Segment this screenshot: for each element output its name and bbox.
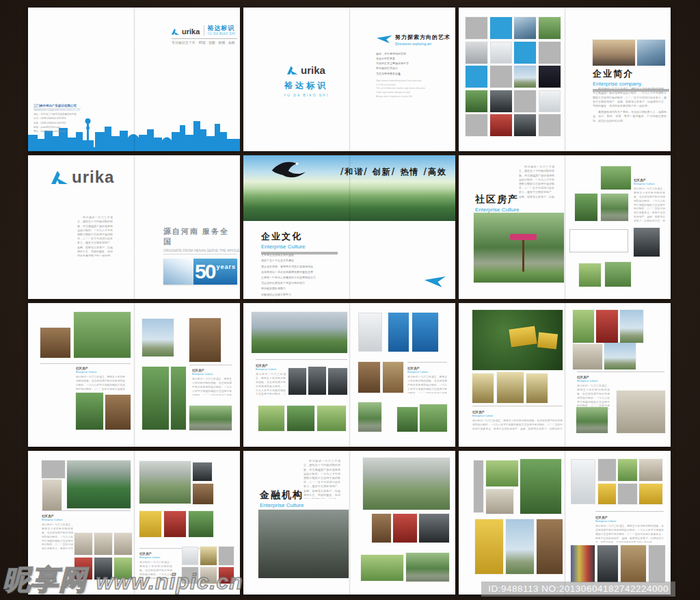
company-name-en: SANMENXIA YUDA ADVERTISING SIGN CO.,LTD [33,109,81,111]
photo [42,460,65,478]
photo [571,459,595,504]
label-subtitle: Enterprise Culture [595,520,664,523]
text-line: 将企业价值观、管理理念与员工热诚相结合 [261,263,351,269]
photo [620,310,643,343]
section-title: 金融机构 [260,489,304,501]
photo [164,511,186,537]
photo [420,404,447,432]
photo [252,312,347,353]
label-subtitle: Enterprise Culture [76,371,125,374]
photo [189,406,232,430]
body-paragraph: 集团拥有现代化生产基地，专业设计团队数十人，涵盖规划、设计、制作、安装、售后一条… [593,110,667,123]
photo [618,459,637,481]
photo [539,66,561,88]
photo [577,371,664,372]
arrow-logo-icon [376,35,392,44]
text-line: 裕达标识艺术设计 [376,66,453,71]
photo [142,319,174,356]
section-label: 社区房产 Enterprise Culture 裕达标识一九六三年成立，拥有五十… [42,514,73,549]
page-fold [349,8,351,151]
spread-company-profile: 企业简介 Enterprise company 裕达标识一九六三年成立，拥有五十… [459,8,671,151]
spread-50-years: urika 裕达标识一九六三年成立，拥有五十年的标识制作经验，专注高端房产标识系… [28,155,240,299]
photo [605,262,631,287]
years-word: years [216,263,236,270]
label-subtitle: Enterprise Culture [577,380,610,383]
label-body: 裕达标识一九六三年成立，拥有五十年的标识制作经验，专注高端房产标识系统规划设计制… [595,524,664,543]
photo [40,363,131,364]
photo [139,511,161,537]
text-line: 在设计的世界里 [376,56,453,61]
design-sheet: urika 裕达标识 YU DA BIAO SHI 专注标识五十年 · 和谐 ·… [0,0,700,600]
brand-name-en: YU DA BIAO SHI [207,32,235,36]
photo [388,313,409,352]
aurika-a-mark-icon [51,170,70,185]
50-years-badge: 50 years [193,259,237,285]
company-contact-lines: 地址：河南省三门峡市湖滨区建设路中段电话：0398-0568000 456795… [33,112,81,133]
photo [497,372,524,403]
brand-tagline: 专注标识五十年 · 和谐 · 创新 · 热情 · 高效 [172,38,237,44]
page-fold [564,451,566,595]
photo [601,194,628,221]
photo [105,395,131,430]
section-subtitle: Enterprise company [593,81,667,87]
photo [596,310,618,343]
intro-lines-en: Sign means something more than direction… [376,79,453,98]
photo [486,460,518,486]
text-line: 和谐铸就团队凝聚力 [261,286,351,291]
photo [539,114,561,136]
text-line: 永远坚持以一流品质和高度负责的服务态度 [261,270,351,275]
spread-finance: 裕达标识一九六三年成立，拥有五十年的标识制作经验，专注高端房产标识系统规划设计制… [243,451,455,595]
section-title: 企业文化 [261,231,350,243]
label-subtitle: Enterprise Culture [42,519,73,522]
text-line: 网址：http://www.yuda48.com [33,129,81,133]
photo [490,66,512,88]
watermark-url: www.nipic.cn [96,569,243,594]
page-fold [133,303,135,447]
photo [639,459,662,481]
photo [604,343,636,369]
50-years-banner: 50 years [163,259,237,285]
section-label: 社区房产 Enterprise Culture 裕达标识一九六三年成立，拥有五十… [256,363,286,396]
photo [514,90,536,112]
photo [466,42,487,64]
photo [114,533,132,555]
photo [472,374,494,403]
brand-name-en: YU DA BIAO SHI [278,93,335,97]
photo [466,17,487,39]
section-subtitle: Enterprise Culture [261,244,350,250]
spread-community-collage-2: 社区房产 Enterprise Culture 裕达标识一九六三年成立，拥有五十… [243,303,455,447]
label-subtitle: Enterprise Culture [634,183,665,186]
photo [539,42,561,64]
photo [634,228,660,257]
section-label: 社区房产 Enterprise Culture 裕达标识一九六三年成立，拥有五十… [472,410,563,432]
photo [358,362,380,393]
photo [595,511,664,512]
culture-slogan: /和谐/ 创新/ 热情 /高效 [340,166,447,178]
photo [575,194,597,221]
photo [406,553,449,582]
text-line: 为企业的发展奠定了坚实不移的动力 [261,281,351,286]
section-label: 社区房产 Enterprise Culture 裕达标识一九六三年成立，拥有五十… [577,375,610,409]
label-body: 裕达标识一九六三年成立，拥有五十年的标识制作经验，专注高端房产标识系统规划设计制… [192,377,232,395]
photo [193,484,213,504]
photo [514,17,536,39]
photo [94,533,112,555]
text-line: 标识，并不是单纯的字体 [376,51,453,56]
company-name: 三门峡市裕达广告标识有限公司 [33,103,81,109]
section-subtitle: Enterprise Culture [260,502,304,508]
photo [189,511,213,537]
photo [486,489,513,514]
photo [189,365,232,365]
photo [383,362,403,393]
photo-stone-monument [617,391,665,433]
section-subtitle: Enterprise Culture [475,207,519,213]
photo [317,406,346,431]
photo [571,545,595,582]
photo [537,519,563,574]
culture-lines: 文化是企业持续发展的源泉成就了五十年企业文化建设将企业价值观、管理理念与员工热诚… [261,252,351,296]
photo [372,514,391,543]
photo [506,519,534,574]
photo [361,555,403,581]
intro-title: 努力探索方向的艺术 [395,34,450,41]
brand-name-cn: 裕达标识 [278,80,335,92]
